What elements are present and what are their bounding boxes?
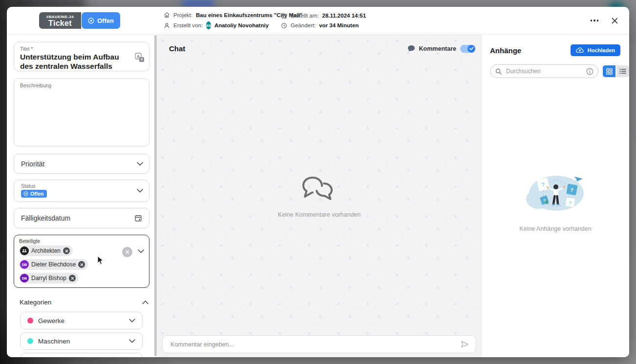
search-icon [495, 68, 502, 75]
category-select-gewerke[interactable]: Gewerke [20, 312, 143, 329]
ticket-type-label: Ticket [48, 19, 72, 27]
ticket-meta: Projekt: Bau eines Einkaufszentrums "Cit… [164, 7, 366, 34]
translate-icon[interactable]: A [134, 52, 145, 63]
participants-field[interactable]: Beteiligte Architekten DB Dieter Blechdo… [14, 235, 149, 288]
ticket-badge: #BAUEINE-24 Ticket [39, 12, 81, 29]
attachments-empty-state: ? ? ? ? Keine Anhänge vorhanden [482, 174, 629, 232]
priority-select[interactable]: Priorität [14, 154, 149, 174]
meta-created-by-label: Erstellt von: [173, 22, 203, 28]
person-icon [164, 22, 170, 29]
avatar: AN [206, 21, 211, 29]
clock-icon [281, 22, 287, 29]
participant-name: Darryl Bishop [31, 275, 66, 282]
attachments-empty-illustration: ? ? ? ? [517, 174, 594, 213]
chevron-down-icon [138, 249, 144, 253]
remove-icon[interactable] [69, 275, 76, 282]
group-icon [20, 246, 29, 255]
comments-toggle-label: Kommentare [419, 45, 456, 52]
send-icon[interactable] [460, 340, 470, 349]
background-blur-shape [13, 0, 86, 6]
modal-header: #BAUEINE-24 Ticket Offen Projekt: Bau ei… [7, 7, 629, 35]
meta-created-by: Erstellt von: AN Anatoliy Novohatniy [164, 21, 259, 29]
ticket-modal: #BAUEINE-24 Ticket Offen Projekt: Bau ei… [7, 7, 629, 357]
chat-empty-state: Keine Kommentare vorhanden [157, 175, 481, 218]
close-button[interactable] [611, 17, 618, 24]
meta-modified: Geändert: vor 34 Minuten [281, 22, 366, 29]
category-label: Gewerke [38, 317, 124, 324]
category-label: Maschinen [38, 338, 124, 345]
meta-modified-label: Geändert: [291, 22, 316, 28]
title-value: Unterstützung beim Aufbau des zentralen … [20, 52, 132, 71]
background-blur-shape [182, 0, 214, 6]
chevron-up-icon [142, 301, 148, 304]
scrollbar-thumb[interactable] [154, 35, 157, 356]
comment-input-bar [162, 335, 476, 353]
calendar-icon [281, 13, 287, 19]
categories-section-toggle[interactable]: Kategorien [14, 299, 154, 306]
attachments-panel: Anhänge Hochladen [481, 35, 629, 357]
due-date-label: Fälligkeitsdatum [21, 214, 134, 222]
categories-label: Kategorien [20, 299, 51, 306]
category-select-maschinen[interactable]: Maschinen [20, 332, 143, 350]
status-select[interactable]: Status Offen [14, 180, 149, 202]
chat-bubble-icon [407, 45, 415, 52]
meta-project-label: Projekt: [173, 12, 192, 18]
chevron-down-icon [129, 339, 135, 343]
attachments-title: Anhänge [490, 46, 521, 55]
remove-icon[interactable] [78, 261, 85, 268]
ticket-id: #BAUEINE-24 [46, 15, 74, 19]
meta-modified-value: vor 34 Minuten [319, 22, 359, 28]
participants-label: Beteiligte [19, 238, 121, 244]
participant-name: Dieter Blechdose [31, 261, 76, 268]
participant-chip: DB Darryl Bishop [19, 273, 79, 283]
meta-created-by-value: Anatoliy Novohatniy [214, 22, 269, 28]
chat-title: Chat [169, 44, 185, 53]
target-icon [23, 191, 28, 196]
home-icon [164, 12, 170, 18]
avatar: DB [20, 260, 29, 269]
chevron-down-icon [137, 162, 143, 166]
priority-label: Priorität [21, 160, 142, 168]
upload-button[interactable]: Hochladen [571, 44, 620, 56]
status-badge: Offen [21, 190, 47, 198]
upload-button-label: Hochladen [588, 47, 615, 53]
more-menu-button[interactable] [590, 17, 600, 24]
meta-created-at-value: 28.11.2024 14:51 [322, 13, 366, 19]
attachments-empty-text: Keine Anhänge vorhanden [482, 225, 629, 232]
category-color-dot [27, 338, 33, 344]
meta-created-at-label: Erstellt am: [291, 13, 319, 19]
search-input[interactable] [505, 67, 583, 75]
participant-chip: Architekten [19, 245, 73, 256]
attachments-search [490, 64, 598, 78]
target-icon [88, 18, 94, 24]
comment-input[interactable] [170, 341, 460, 348]
status-badge-label: Offen [30, 191, 43, 197]
comments-empty-icon [301, 175, 338, 202]
category-color-dot [27, 318, 33, 324]
check-icon [467, 45, 475, 53]
chevron-down-icon [137, 189, 143, 193]
participant-chip: DB Dieter Blechdose [19, 259, 88, 270]
clear-all-button[interactable] [122, 247, 132, 257]
calendar-icon[interactable] [134, 214, 142, 222]
description-label: Beschreibung [20, 82, 143, 88]
title-field[interactable]: Titel * Unterstützung beim Aufbau des ze… [14, 42, 149, 71]
avatar: DB [20, 274, 29, 283]
comments-toggle[interactable] [460, 45, 475, 53]
remove-icon[interactable] [63, 247, 70, 254]
list-view-button[interactable] [616, 65, 629, 77]
ticket-details-panel: Titel * Unterstützung beim Aufbau des ze… [7, 35, 157, 357]
ticket-status-button[interactable]: Offen [82, 12, 120, 29]
grid-view-button[interactable] [603, 65, 615, 77]
description-field[interactable]: Beschreibung [14, 78, 149, 146]
meta-project: Projekt: Bau eines Einkaufszentrums "Cit… [164, 12, 259, 18]
title-label: Titel * [20, 46, 132, 52]
category-select-werkzeuge[interactable]: Werkzeuge [20, 353, 143, 357]
info-icon[interactable] [586, 68, 594, 75]
chat-empty-text: Keine Kommentare vorhanden [157, 211, 481, 218]
meta-created-at: Erstellt am: 28.11.2024 14:51 [281, 13, 366, 19]
cloud-upload-icon [576, 47, 584, 53]
ticket-status-label: Offen [97, 17, 114, 24]
due-date-field[interactable]: Fälligkeitsdatum [14, 208, 149, 228]
chat-panel: Chat Kommentare Keine Kom [157, 35, 481, 357]
